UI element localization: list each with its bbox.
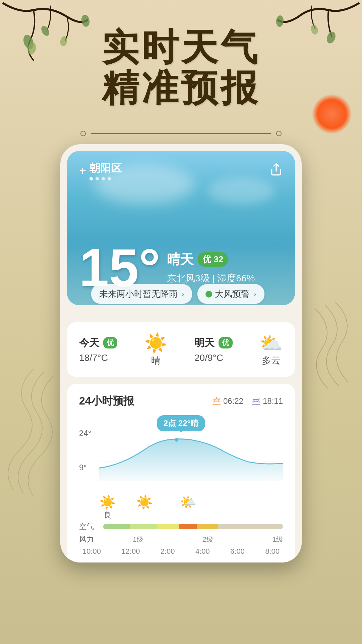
title-line1: 实时天气 bbox=[0, 27, 362, 67]
rain-alert-button[interactable]: 未来两小时暂无降雨 › bbox=[91, 284, 192, 304]
sunrise-time: 06:22 bbox=[212, 396, 243, 406]
share-button[interactable] bbox=[269, 163, 283, 179]
wind-ticks: 1级 2级 1级 bbox=[103, 535, 283, 544]
today-day-row: 今天 优 bbox=[79, 336, 117, 350]
temp-high-label: 24° bbox=[79, 429, 91, 438]
air-quality-bar bbox=[103, 524, 283, 529]
temperature-chart bbox=[99, 430, 283, 481]
aqi-seg-2 bbox=[130, 524, 157, 529]
forecast-divider-3 bbox=[246, 338, 246, 361]
tomorrow-temp: 20/9°C bbox=[194, 353, 233, 363]
wind-tick-1: 1级 bbox=[133, 535, 143, 544]
hour-weather-icon-3: 🌤️ bbox=[180, 494, 196, 520]
time-4: 4:00 bbox=[195, 547, 210, 556]
weather-condition: 晴天 优 32 bbox=[167, 250, 255, 269]
divider-circle-left bbox=[80, 131, 86, 136]
wind-tick-2: 2级 bbox=[203, 535, 213, 544]
sunrise-value: 06:22 bbox=[223, 396, 243, 406]
sky-header: + 朝阳区 bbox=[67, 161, 295, 180]
temp-section: 15° 晴天 优 32 东北风3级 | 湿度66% bbox=[79, 244, 283, 295]
forecast-card: 今天 优 18/7°C ☀️ 晴 明天 优 20/9°C bbox=[67, 322, 295, 377]
today-weather-icon: ☀️ bbox=[144, 332, 168, 354]
svg-point-4 bbox=[80, 14, 90, 28]
tomorrow-badge: 优 bbox=[219, 337, 233, 348]
icon-sun: ☀️ bbox=[99, 494, 116, 510]
svg-point-7 bbox=[276, 15, 284, 27]
forecast-tomorrow: 明天 优 20/9°C bbox=[194, 336, 233, 363]
air-quality-row: 空气 bbox=[79, 522, 283, 532]
icons-row: ☀️ 良 ☀️ 🌤️ bbox=[79, 494, 283, 520]
dot-4 bbox=[108, 177, 111, 180]
aqi-seg-5 bbox=[197, 524, 218, 529]
wind-label: 风力 bbox=[79, 534, 99, 544]
wind-chevron: › bbox=[254, 290, 256, 299]
weather-screen: + 朝阳区 bbox=[60, 144, 302, 562]
aqi-seg-6 bbox=[218, 524, 283, 529]
time-6: 8:00 bbox=[265, 547, 280, 556]
air-quality-label: 空气 bbox=[79, 522, 99, 532]
sunset-time: 18:11 bbox=[251, 396, 283, 406]
sunset-value: 18:11 bbox=[263, 396, 283, 406]
icon-label-1: 良 bbox=[99, 510, 116, 520]
aqi-label: 优 bbox=[202, 254, 211, 264]
divider-line bbox=[91, 133, 271, 134]
today-label: 今天 bbox=[79, 336, 99, 350]
icon-cloudy: 🌤️ bbox=[180, 494, 196, 510]
dot-2 bbox=[96, 177, 99, 180]
tomorrow-day-row: 明天 优 bbox=[194, 336, 233, 350]
plus-icon: + bbox=[79, 164, 86, 178]
wind-tick-3: 1级 bbox=[273, 535, 283, 544]
svg-point-11 bbox=[175, 438, 178, 442]
today-condition: 晴 bbox=[144, 354, 168, 367]
today-icon-area: ☀️ 晴 bbox=[144, 332, 168, 367]
title-container: 实时天气 精准预报 bbox=[0, 27, 362, 108]
hourly-header: 24小时预报 06:22 18:11 bbox=[79, 394, 283, 409]
tomorrow-condition: 多云 bbox=[259, 354, 283, 367]
today-temp: 18/7°C bbox=[79, 353, 117, 363]
chart-tooltip: 2点 22°晴 bbox=[157, 415, 205, 431]
today-badge: 优 bbox=[103, 337, 117, 348]
forecast-divider-2 bbox=[181, 338, 181, 361]
wind-row: 风力 1级 2级 1级 bbox=[79, 534, 283, 544]
divider-circle-right bbox=[276, 131, 282, 136]
wind-alert-button[interactable]: 大风预警 › bbox=[197, 284, 264, 304]
time-axis: 10:00 12:00 2:00 4:00 6:00 8:00 bbox=[79, 547, 283, 556]
chart-container: 2点 22°晴 24° 9° bbox=[79, 415, 283, 489]
alert-row: 未来两小时暂无降雨 › 大风预警 › bbox=[91, 284, 264, 304]
time-3: 2:00 bbox=[161, 547, 175, 556]
dot-3 bbox=[102, 177, 105, 180]
dot-1 bbox=[89, 177, 93, 180]
dots-indicator bbox=[89, 177, 122, 180]
hourly-title: 24小时预报 bbox=[79, 394, 134, 409]
condition-text: 晴天 bbox=[167, 250, 194, 269]
add-location[interactable]: + 朝阳区 bbox=[79, 161, 122, 180]
temp-low-label: 9° bbox=[79, 463, 91, 472]
temp-labels: 24° 9° bbox=[79, 429, 91, 472]
contour-decoration-left bbox=[0, 369, 60, 503]
wind-alert-icon bbox=[205, 291, 212, 298]
forecast-today: 今天 优 18/7°C bbox=[79, 336, 117, 363]
phone-frame: + 朝阳区 bbox=[60, 144, 302, 562]
contour-decoration-right bbox=[308, 302, 362, 402]
time-2: 12:00 bbox=[121, 547, 140, 556]
aqi-seg-orange bbox=[179, 524, 197, 529]
forecast-divider-1 bbox=[131, 338, 131, 361]
time-5: 6:00 bbox=[230, 547, 245, 556]
title-line2: 精准预报 bbox=[0, 67, 362, 108]
hour-weather-icon-1: ☀️ 良 bbox=[99, 494, 116, 520]
tomorrow-label: 明天 bbox=[194, 336, 215, 350]
sky-section: + 朝阳区 bbox=[67, 151, 295, 305]
sun-times: 06:22 18:11 bbox=[212, 396, 283, 406]
rain-alert-text: 未来两小时暂无降雨 bbox=[99, 288, 178, 300]
tomorrow-weather-icon: ⛅ bbox=[259, 332, 283, 354]
weather-details: 东北风3级 | 湿度66% bbox=[167, 272, 255, 285]
hour-weather-icon-2: ☀️ bbox=[136, 494, 153, 520]
hourly-section: 24小时预报 06:22 18:11 bbox=[67, 384, 295, 562]
time-1: 10:00 bbox=[82, 547, 101, 556]
aqi-seg-3 bbox=[157, 524, 179, 529]
aqi-badge: 优 32 bbox=[198, 252, 228, 267]
icon-sun-2: ☀️ bbox=[136, 494, 153, 510]
temp-right: 晴天 优 32 东北风3级 | 湿度66% bbox=[167, 244, 255, 285]
aqi-seg-1 bbox=[103, 524, 130, 529]
rain-chevron: › bbox=[182, 290, 184, 299]
